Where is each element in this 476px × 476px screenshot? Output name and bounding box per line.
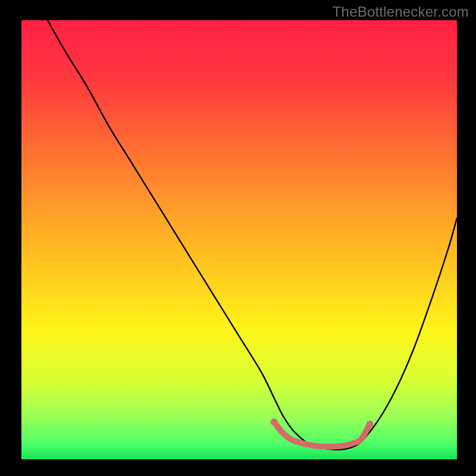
watermark-text: TheBottlenecker.com: [333, 4, 469, 20]
chart-frame: TheBottlenecker.com: [0, 0, 476, 476]
optimal-end-marker: [367, 421, 374, 428]
bottleneck-chart: [0, 0, 476, 476]
optimal-start-marker: [271, 418, 278, 425]
